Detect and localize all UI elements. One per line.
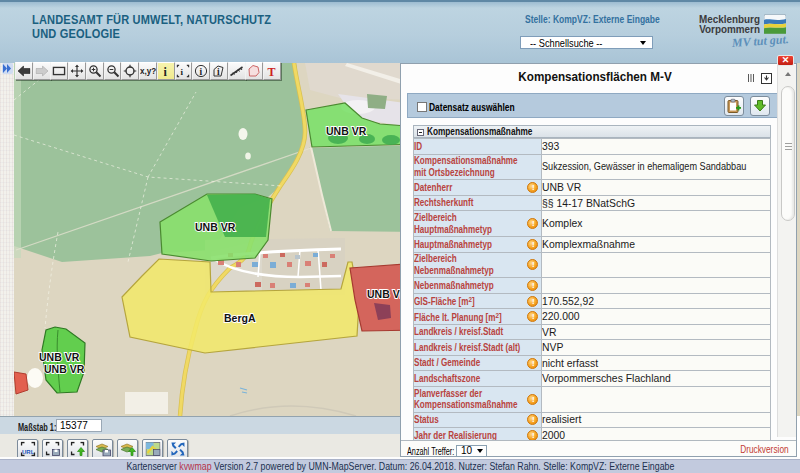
- svg-text:T: T: [268, 65, 276, 77]
- svg-text:BergA: BergA: [224, 312, 256, 324]
- svg-text:i: i: [163, 65, 167, 77]
- svg-text:UNB VR: UNB VR: [39, 351, 80, 363]
- svg-text:i: i: [181, 66, 184, 76]
- svg-text:x,y?: x,y?: [140, 66, 156, 76]
- svg-text:UNB VR: UNB VR: [44, 363, 85, 375]
- svg-text:i: i: [200, 66, 203, 76]
- svg-text:UNB VR: UNB VR: [195, 221, 236, 233]
- svg-text:URL: URL: [22, 449, 35, 455]
- svg-text:UNB VR: UNB VR: [326, 125, 367, 137]
- svg-text:i: i: [217, 66, 220, 76]
